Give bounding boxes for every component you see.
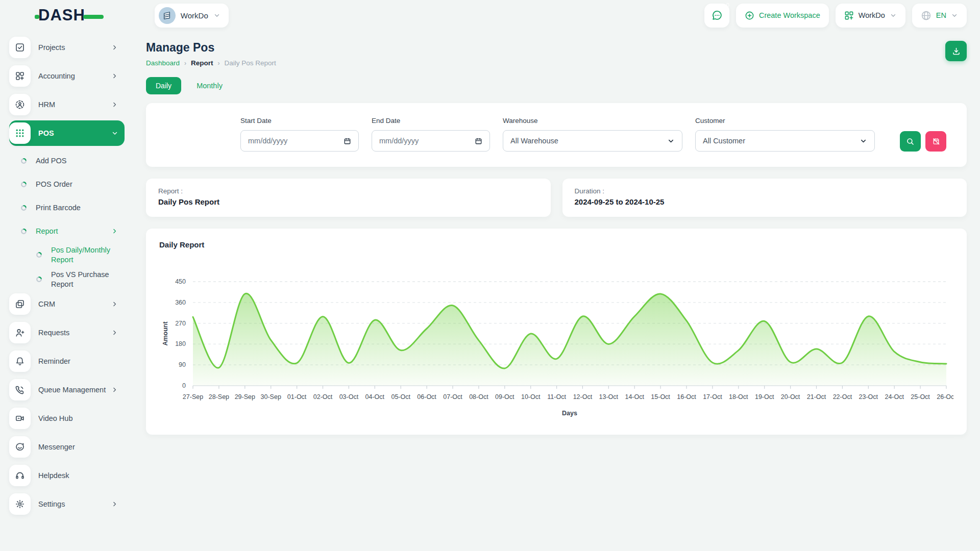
sidebar-item-pos-vs-purchase-report[interactable]: Pos VS Purchase Report <box>9 267 125 292</box>
sidebar-item-add-pos[interactable]: Add POS <box>9 149 125 172</box>
accounting-icon <box>9 65 31 87</box>
chevron-down-icon <box>860 137 867 145</box>
chevron-down-icon <box>111 130 118 137</box>
workspace-name: WorkDo <box>181 11 208 20</box>
x-axis-title: Days <box>562 410 577 417</box>
projects-icon <box>9 37 31 58</box>
y-axis-tick-label: 270 <box>175 320 186 327</box>
customer-label: Customer <box>695 117 875 124</box>
sidebar-item-hrm[interactable]: HRM <box>9 92 125 117</box>
customer-selected-value: All Customer <box>703 137 745 145</box>
calendar-icon <box>475 137 482 145</box>
sidebar-item-queue-management[interactable]: Queue Management <box>9 377 125 403</box>
helpdesk-icon <box>9 465 31 486</box>
chevron-right-icon <box>111 386 118 393</box>
sidebar-item-helpdesk[interactable]: Helpdesk <box>9 463 125 488</box>
x-axis-tick-label: 07-Oct <box>443 393 462 400</box>
plus-circle-icon <box>745 11 754 20</box>
x-axis-tick-label: 15-Oct <box>651 393 670 400</box>
chevron-down-icon <box>667 137 675 145</box>
sidebar-item-requests[interactable]: Requests <box>9 320 125 345</box>
messages-button[interactable]: 0 <box>704 4 729 28</box>
download-report-button[interactable] <box>945 41 967 61</box>
sidebar-item-crm[interactable]: CRM <box>9 291 125 317</box>
sidebar-item-accounting[interactable]: Accounting <box>9 63 125 89</box>
x-axis-tick-label: 26-Oct <box>937 393 953 400</box>
reminder-icon <box>9 350 31 372</box>
sidebar-item-label: Settings <box>38 499 111 509</box>
sidebar-item-label: Accounting <box>38 71 111 81</box>
x-axis-tick-label: 06-Oct <box>417 393 436 400</box>
requests-icon <box>9 322 31 343</box>
pos-icon <box>9 122 31 144</box>
brand-logo[interactable]: DASH <box>35 6 104 24</box>
sidebar-item-projects[interactable]: Projects <box>9 35 125 60</box>
hrm-icon <box>9 94 31 115</box>
chevron-right-icon <box>111 44 118 51</box>
building-icon <box>162 11 172 20</box>
sidebar-item-print-barcode[interactable]: Print Barcode <box>9 196 125 219</box>
notification-badge: 0 <box>723 0 733 10</box>
report-summary-card: Report : Daily Pos Report <box>146 179 551 217</box>
workspace-selector[interactable]: WorkDo <box>155 4 229 28</box>
sidebar-item-pos[interactable]: POS <box>9 120 125 146</box>
customer-select[interactable]: All Customer <box>695 130 875 152</box>
sidebar-item-pos-daily-monthly-report[interactable]: Pos Daily/Monthly Report <box>9 243 125 267</box>
sidebar-item-video-hub[interactable]: Video Hub <box>9 406 125 431</box>
x-axis-tick-label: 14-Oct <box>625 393 644 400</box>
sidebar-item-label: Messenger <box>38 442 125 452</box>
queue-icon <box>9 379 31 400</box>
sidebar-item-settings[interactable]: Settings <box>9 491 125 517</box>
breadcrumb-item-dashboard[interactable]: Dashboard <box>146 59 180 67</box>
sidebar-item-label: Video Hub <box>38 414 125 423</box>
x-axis-tick-label: 10-Oct <box>521 393 541 400</box>
bullet-icon <box>20 205 28 211</box>
duration-label: Duration : <box>575 187 955 195</box>
sidebar-item-reminder[interactable]: Reminder <box>9 348 125 374</box>
x-axis-tick-label: 28-Sep <box>209 393 229 400</box>
sidebar-item-label: HRM <box>38 100 111 109</box>
tab-daily[interactable]: Daily <box>146 77 181 94</box>
filter-card: Start Date mm/dd/yyyy End Date mm/dd/yyy… <box>146 103 967 167</box>
create-workspace-button[interactable]: Create Workspace <box>736 4 829 28</box>
daily-report-area-chart: 090180270360450 27-Sep28-Sep29-Sep30-Sep… <box>159 251 953 428</box>
warehouse-select[interactable]: All Warehouse <box>503 130 682 152</box>
x-axis-tick-label: 13-Oct <box>599 393 619 400</box>
start-date-input[interactable]: mm/dd/yyyy <box>240 130 359 152</box>
report-label: Report : <box>158 187 538 195</box>
sidebar-item-pos-order[interactable]: POS Order <box>9 172 125 196</box>
search-button[interactable] <box>900 131 921 152</box>
chat-bubble-icon <box>711 10 723 21</box>
chevron-right-icon <box>111 72 118 80</box>
x-axis-tick-label: 25-Oct <box>911 393 930 400</box>
y-axis-tick-label: 180 <box>175 340 186 347</box>
messenger-icon <box>9 436 31 458</box>
chevron-right-icon <box>111 329 118 336</box>
reset-filter-button[interactable] <box>925 131 946 152</box>
main-content: Manage Pos Dashboard›Report›Daily Pos Re… <box>132 31 980 551</box>
sidebar-item-messenger[interactable]: Messenger <box>9 434 125 460</box>
clear-filter-icon <box>932 137 940 145</box>
crm-icon <box>9 293 31 315</box>
x-axis-tick-label: 24-Oct <box>885 393 904 400</box>
grid-plus-icon <box>844 11 854 20</box>
x-axis-tick-label: 22-Oct <box>833 393 852 400</box>
search-icon <box>906 137 915 146</box>
language-selector[interactable]: EN <box>912 4 967 28</box>
workspace-avatar <box>159 7 176 24</box>
company-menu-button[interactable]: WorkDo <box>836 4 905 28</box>
breadcrumb-item-report[interactable]: Report <box>191 59 213 67</box>
end-date-input[interactable]: mm/dd/yyyy <box>372 130 490 152</box>
sidebar-item-label: Queue Management <box>38 385 111 394</box>
x-axis-tick-label: 16-Oct <box>677 393 696 400</box>
x-axis-tick-label: 05-Oct <box>391 393 410 400</box>
chevron-down-icon <box>213 12 220 19</box>
area-chart-svg: 090180270360450 27-Sep28-Sep29-Sep30-Sep… <box>159 251 953 425</box>
sidebar-item-report[interactable]: Report <box>9 219 125 243</box>
y-axis-tick-label: 90 <box>179 361 186 368</box>
x-axis-tick-label: 04-Oct <box>365 393 385 400</box>
bullet-icon <box>36 252 43 258</box>
tab-monthly[interactable]: Monthly <box>197 82 223 90</box>
chevron-right-icon <box>111 300 118 308</box>
x-axis-tick-label: 01-Oct <box>287 393 307 400</box>
